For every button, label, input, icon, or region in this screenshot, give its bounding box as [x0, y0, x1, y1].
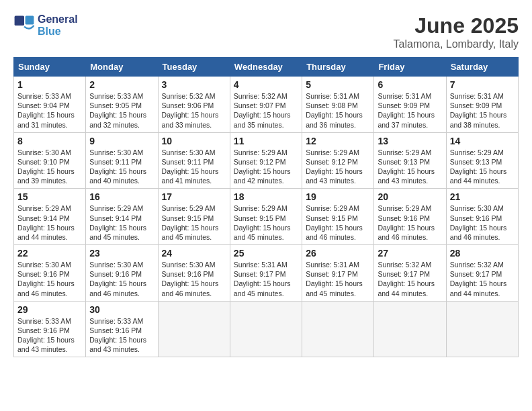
calendar-cell: 14Sunrise: 5:29 AM Sunset: 9:13 PM Dayli…	[446, 132, 518, 189]
day-number: 20	[378, 191, 442, 202]
svg-rect-0	[15, 15, 24, 25]
day-number: 1	[17, 79, 82, 90]
calendar-cell	[374, 301, 446, 357]
day-info: Sunrise: 5:30 AM Sunset: 9:11 PM Dayligh…	[162, 148, 226, 186]
svg-rect-1	[26, 15, 34, 24]
calendar-cell: 27Sunrise: 5:32 AM Sunset: 9:17 PM Dayli…	[374, 245, 446, 302]
day-number: 3	[162, 79, 226, 90]
calendar-cell: 12Sunrise: 5:29 AM Sunset: 9:12 PM Dayli…	[302, 132, 374, 189]
day-number: 16	[89, 191, 154, 202]
calendar-cell: 9Sunrise: 5:30 AM Sunset: 9:11 PM Daylig…	[86, 132, 158, 189]
day-info: Sunrise: 5:33 AM Sunset: 9:16 PM Dayligh…	[17, 316, 82, 355]
calendar-cell: 6Sunrise: 5:31 AM Sunset: 9:09 PM Daylig…	[374, 77, 446, 133]
calendar-week-row: 15Sunrise: 5:29 AM Sunset: 9:14 PM Dayli…	[14, 189, 519, 245]
day-number: 29	[17, 304, 82, 315]
calendar-cell: 17Sunrise: 5:29 AM Sunset: 9:15 PM Dayli…	[158, 189, 230, 245]
day-info: Sunrise: 5:30 AM Sunset: 9:16 PM Dayligh…	[162, 260, 226, 298]
month-title: June 2025	[394, 13, 519, 38]
day-info: Sunrise: 5:31 AM Sunset: 9:09 PM Dayligh…	[378, 91, 442, 130]
weekday-cell: Friday	[374, 58, 446, 77]
title-area: June 2025 Talamona, Lombardy, Italy	[394, 13, 519, 50]
day-info: Sunrise: 5:32 AM Sunset: 9:17 PM Dayligh…	[450, 260, 515, 298]
calendar-cell	[302, 301, 374, 357]
logo-icon	[13, 15, 35, 36]
day-info: Sunrise: 5:32 AM Sunset: 9:06 PM Dayligh…	[162, 91, 226, 130]
day-info: Sunrise: 5:29 AM Sunset: 9:13 PM Dayligh…	[378, 148, 442, 186]
weekday-cell: Sunday	[14, 58, 86, 77]
calendar-cell: 15Sunrise: 5:29 AM Sunset: 9:14 PM Dayli…	[14, 189, 86, 245]
day-number: 27	[378, 248, 442, 259]
calendar-cell: 1Sunrise: 5:33 AM Sunset: 9:04 PM Daylig…	[14, 77, 86, 133]
calendar-cell	[158, 301, 230, 357]
day-number: 17	[162, 191, 226, 202]
calendar-cell: 2Sunrise: 5:33 AM Sunset: 9:05 PM Daylig…	[86, 77, 158, 133]
calendar-cell: 19Sunrise: 5:29 AM Sunset: 9:15 PM Dayli…	[302, 189, 374, 245]
calendar-cell: 30Sunrise: 5:33 AM Sunset: 9:16 PM Dayli…	[86, 301, 158, 357]
day-number: 10	[162, 136, 226, 146]
weekday-cell: Saturday	[446, 58, 518, 77]
day-number: 4	[234, 79, 298, 90]
day-info: Sunrise: 5:31 AM Sunset: 9:17 PM Dayligh…	[234, 260, 298, 298]
calendar-cell: 7Sunrise: 5:31 AM Sunset: 9:09 PM Daylig…	[446, 77, 518, 133]
day-number: 15	[17, 191, 82, 202]
day-info: Sunrise: 5:30 AM Sunset: 9:16 PM Dayligh…	[450, 203, 515, 242]
calendar-body: 1Sunrise: 5:33 AM Sunset: 9:04 PM Daylig…	[14, 77, 519, 357]
day-info: Sunrise: 5:31 AM Sunset: 9:08 PM Dayligh…	[306, 91, 370, 130]
calendar-cell: 21Sunrise: 5:30 AM Sunset: 9:16 PM Dayli…	[446, 189, 518, 245]
calendar-cell: 26Sunrise: 5:31 AM Sunset: 9:17 PM Dayli…	[302, 245, 374, 302]
day-info: Sunrise: 5:30 AM Sunset: 9:16 PM Dayligh…	[17, 260, 82, 298]
calendar-week-row: 29Sunrise: 5:33 AM Sunset: 9:16 PM Dayli…	[14, 301, 519, 357]
weekday-cell: Monday	[86, 58, 158, 77]
day-number: 13	[378, 136, 442, 146]
calendar-cell: 5Sunrise: 5:31 AM Sunset: 9:08 PM Daylig…	[302, 77, 374, 133]
calendar-cell: 3Sunrise: 5:32 AM Sunset: 9:06 PM Daylig…	[158, 77, 230, 133]
day-info: Sunrise: 5:29 AM Sunset: 9:15 PM Dayligh…	[306, 203, 370, 242]
day-number: 24	[162, 248, 226, 259]
day-number: 7	[450, 79, 515, 90]
day-number: 2	[89, 79, 154, 90]
weekday-cell: Thursday	[302, 58, 374, 77]
calendar-cell: 8Sunrise: 5:30 AM Sunset: 9:10 PM Daylig…	[14, 132, 86, 189]
day-info: Sunrise: 5:33 AM Sunset: 9:16 PM Dayligh…	[89, 316, 154, 355]
day-info: Sunrise: 5:29 AM Sunset: 9:14 PM Dayligh…	[89, 203, 154, 242]
day-number: 26	[306, 248, 370, 259]
weekday-cell: Tuesday	[158, 58, 230, 77]
day-number: 11	[234, 136, 298, 146]
day-info: Sunrise: 5:29 AM Sunset: 9:15 PM Dayligh…	[162, 203, 226, 242]
calendar-cell: 20Sunrise: 5:29 AM Sunset: 9:16 PM Dayli…	[374, 189, 446, 245]
calendar-cell: 13Sunrise: 5:29 AM Sunset: 9:13 PM Dayli…	[374, 132, 446, 189]
calendar-cell: 29Sunrise: 5:33 AM Sunset: 9:16 PM Dayli…	[14, 301, 86, 357]
calendar-cell: 16Sunrise: 5:29 AM Sunset: 9:14 PM Dayli…	[86, 189, 158, 245]
day-number: 9	[89, 136, 154, 146]
calendar-week-row: 8Sunrise: 5:30 AM Sunset: 9:10 PM Daylig…	[14, 132, 519, 189]
calendar-cell: 4Sunrise: 5:32 AM Sunset: 9:07 PM Daylig…	[230, 77, 302, 133]
day-info: Sunrise: 5:30 AM Sunset: 9:10 PM Dayligh…	[17, 148, 82, 186]
calendar: SundayMondayTuesdayWednesdayThursdayFrid…	[13, 57, 519, 357]
calendar-cell: 11Sunrise: 5:29 AM Sunset: 9:12 PM Dayli…	[230, 132, 302, 189]
day-number: 19	[306, 191, 370, 202]
day-number: 28	[450, 248, 515, 259]
day-number: 22	[17, 248, 82, 259]
day-number: 25	[234, 248, 298, 259]
day-number: 30	[89, 304, 154, 315]
calendar-week-row: 1Sunrise: 5:33 AM Sunset: 9:04 PM Daylig…	[14, 77, 519, 133]
calendar-cell: 28Sunrise: 5:32 AM Sunset: 9:17 PM Dayli…	[446, 245, 518, 302]
day-info: Sunrise: 5:29 AM Sunset: 9:13 PM Dayligh…	[450, 148, 515, 186]
calendar-cell: 10Sunrise: 5:30 AM Sunset: 9:11 PM Dayli…	[158, 132, 230, 189]
day-number: 6	[378, 79, 442, 90]
calendar-cell: 24Sunrise: 5:30 AM Sunset: 9:16 PM Dayli…	[158, 245, 230, 302]
day-info: Sunrise: 5:30 AM Sunset: 9:11 PM Dayligh…	[89, 148, 154, 186]
calendar-cell	[230, 301, 302, 357]
day-info: Sunrise: 5:29 AM Sunset: 9:16 PM Dayligh…	[378, 203, 442, 242]
day-info: Sunrise: 5:29 AM Sunset: 9:14 PM Dayligh…	[17, 203, 82, 242]
day-number: 18	[234, 191, 298, 202]
day-info: Sunrise: 5:30 AM Sunset: 9:16 PM Dayligh…	[89, 260, 154, 298]
header: General Blue June 2025 Talamona, Lombard…	[13, 13, 519, 50]
calendar-cell	[446, 301, 518, 357]
logo: General Blue	[13, 13, 78, 37]
day-number: 8	[17, 136, 82, 146]
weekday-cell: Wednesday	[230, 58, 302, 77]
weekday-header: SundayMondayTuesdayWednesdayThursdayFrid…	[14, 58, 519, 77]
day-info: Sunrise: 5:33 AM Sunset: 9:04 PM Dayligh…	[17, 91, 82, 130]
day-info: Sunrise: 5:29 AM Sunset: 9:12 PM Dayligh…	[234, 148, 298, 186]
